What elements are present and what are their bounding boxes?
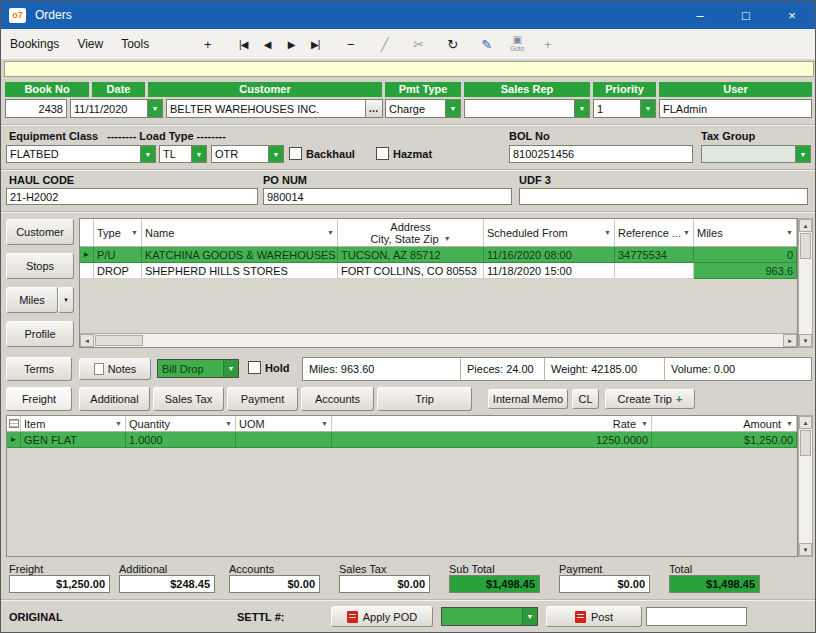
v-scroll-thumb[interactable]: [800, 233, 811, 259]
backhaul-checkbox[interactable]: [289, 147, 302, 160]
minimize-button[interactable]: –: [677, 1, 723, 29]
stops-vscrollbar[interactable]: ▴ ▾: [798, 218, 813, 348]
sales-rep-dropdown-icon[interactable]: ▼: [574, 100, 589, 117]
po-num-field[interactable]: 980014: [263, 188, 512, 205]
edit-icon[interactable]: ✎: [476, 37, 497, 52]
tab-sales-tax[interactable]: Sales Tax: [153, 387, 224, 411]
col-name[interactable]: Name▼: [142, 219, 338, 247]
menu-bookings[interactable]: Bookings: [1, 32, 68, 56]
side-tab-miles[interactable]: Miles: [6, 287, 58, 313]
hazmat-checkbox[interactable]: [376, 147, 389, 160]
pmt-type-dropdown-icon[interactable]: ▼: [445, 100, 460, 117]
haul-code-field[interactable]: 21-H2002: [6, 188, 258, 205]
sales-rep-field[interactable]: ▼: [464, 99, 590, 118]
col-uom[interactable]: UOM▼: [236, 416, 332, 432]
load-type-1-field[interactable]: TL ▼: [159, 145, 207, 163]
freight-vscrollbar[interactable]: ▴ ▾: [798, 415, 813, 557]
scroll-right-icon[interactable]: ▸: [783, 334, 797, 347]
settl-dropdown[interactable]: ▼: [441, 607, 538, 626]
link-icon[interactable]: ╱: [374, 37, 395, 52]
menu-view[interactable]: View: [68, 32, 112, 56]
load-type-label: -------- Load Type --------: [107, 130, 226, 142]
app-icon: o7: [9, 8, 26, 23]
tab-trip[interactable]: Trip: [377, 387, 472, 411]
stops-hscrollbar[interactable]: ◂ ▸: [80, 333, 797, 347]
apply-pod-button[interactable]: Apply POD: [331, 606, 433, 627]
priority-field[interactable]: 1 ▼: [593, 99, 656, 118]
filter-arrow-icon: ▼: [784, 229, 793, 236]
tax-group-dropdown-icon[interactable]: ▼: [795, 146, 810, 162]
side-tab-customer[interactable]: Customer: [6, 219, 74, 245]
col-reference[interactable]: Reference ...▼: [615, 219, 694, 247]
cut-icon[interactable]: ✂: [408, 37, 429, 52]
load-type-2-dropdown-icon[interactable]: ▼: [268, 146, 283, 162]
hold-checkbox[interactable]: [248, 361, 261, 374]
equipment-class-field[interactable]: FLATBED ▼: [6, 145, 156, 163]
udf3-field[interactable]: [519, 188, 808, 205]
priority-dropdown-icon[interactable]: ▼: [640, 100, 655, 117]
tab-additional[interactable]: Additional: [79, 387, 150, 411]
add-secondary-icon[interactable]: +: [537, 37, 558, 52]
tab-freight[interactable]: Freight: [6, 387, 72, 411]
create-trip-button[interactable]: Create Trip +: [605, 389, 695, 409]
col-amount[interactable]: Amount▼: [652, 416, 797, 432]
maximize-button[interactable]: □: [723, 1, 769, 29]
date-dropdown-icon[interactable]: ▼: [147, 100, 162, 117]
settl-dropdown-arrow-icon[interactable]: ▼: [522, 608, 537, 625]
delete-record-icon[interactable]: −: [340, 37, 361, 52]
miles-dropdown-icon[interactable]: ▾: [58, 287, 74, 313]
terms-button[interactable]: Terms: [6, 357, 72, 381]
book-no-field[interactable]: 2438: [5, 99, 67, 118]
tab-payment[interactable]: Payment: [227, 387, 298, 411]
tab-accounts[interactable]: Accounts: [301, 387, 374, 411]
scroll-down-icon[interactable]: ▾: [799, 334, 812, 347]
scroll-up-icon[interactable]: ▴: [799, 219, 812, 232]
total-field-sub-total: $1,498.45: [449, 575, 540, 593]
nav-last-icon[interactable]: ▶|: [303, 39, 327, 50]
col-type[interactable]: Type▼: [94, 219, 142, 247]
load-type-1-dropdown-icon[interactable]: ▼: [191, 146, 206, 162]
customer-field[interactable]: BELTER WAREHOUSES INC. …: [166, 99, 383, 118]
udf3-label: UDF 3: [519, 174, 551, 186]
side-tab-profile[interactable]: Profile: [6, 321, 74, 347]
col-quantity[interactable]: Quantity▼: [126, 416, 236, 432]
cl-button[interactable]: CL: [572, 389, 599, 409]
scroll-down-icon[interactable]: ▾: [799, 543, 812, 556]
col-rate[interactable]: Rate▼: [332, 416, 652, 432]
v-scroll-thumb[interactable]: [800, 430, 811, 456]
customer-lookup-button[interactable]: …: [365, 100, 382, 117]
nav-prev-icon[interactable]: ◀: [255, 39, 279, 50]
close-button[interactable]: ×: [769, 1, 815, 29]
nav-next-icon[interactable]: ▶: [279, 39, 303, 50]
date-field[interactable]: 11/11/2020 ▼: [70, 99, 163, 118]
scroll-up-icon[interactable]: ▴: [799, 416, 812, 429]
bill-drop-value: Bill Drop: [158, 363, 223, 375]
bill-drop-arrow-icon[interactable]: ▼: [223, 360, 238, 377]
bol-no-field[interactable]: 8100251456: [509, 145, 693, 163]
scroll-left-icon[interactable]: ◂: [80, 334, 94, 347]
tax-group-field[interactable]: ▼: [701, 145, 811, 163]
user-field[interactable]: FLAdmin: [659, 99, 812, 118]
nav-first-icon[interactable]: |◀: [231, 39, 255, 50]
load-type-2-field[interactable]: OTR ▼: [211, 145, 284, 163]
internal-memo-button[interactable]: Internal Memo: [488, 389, 568, 409]
equipment-class-dropdown-icon[interactable]: ▼: [140, 146, 155, 162]
stops-row[interactable]: ► P/U KATCHINA GOODS & WAREHOUSES TUCSON…: [80, 247, 797, 263]
pmt-type-field[interactable]: Charge ▼: [385, 99, 461, 118]
side-tab-stops[interactable]: Stops: [6, 253, 74, 279]
col-scheduled-from[interactable]: Scheduled From▼: [484, 219, 615, 247]
add-record-icon[interactable]: +: [197, 37, 218, 52]
post-button[interactable]: Post: [546, 606, 642, 627]
notes-button[interactable]: Notes: [79, 358, 151, 380]
bill-drop-dropdown[interactable]: Bill Drop ▼: [157, 359, 239, 378]
goto-icon[interactable]: ▣ Goto: [510, 35, 524, 53]
h-scroll-thumb[interactable]: [95, 335, 143, 346]
col-miles[interactable]: Miles▼: [694, 219, 797, 247]
settl-number-field[interactable]: [646, 607, 747, 626]
stops-row[interactable]: DROP SHEPHERD HILLS STORES FORT COLLINS,…: [80, 263, 797, 279]
menu-tools[interactable]: Tools: [112, 32, 158, 56]
freight-row[interactable]: ► GEN FLAT 1.0000 1250.0000 $1,250.00: [7, 432, 797, 448]
col-item[interactable]: Item▼: [21, 416, 126, 432]
col-address[interactable]: Address City, State Zip▼: [338, 219, 484, 247]
refresh-icon[interactable]: ↻: [442, 37, 463, 52]
